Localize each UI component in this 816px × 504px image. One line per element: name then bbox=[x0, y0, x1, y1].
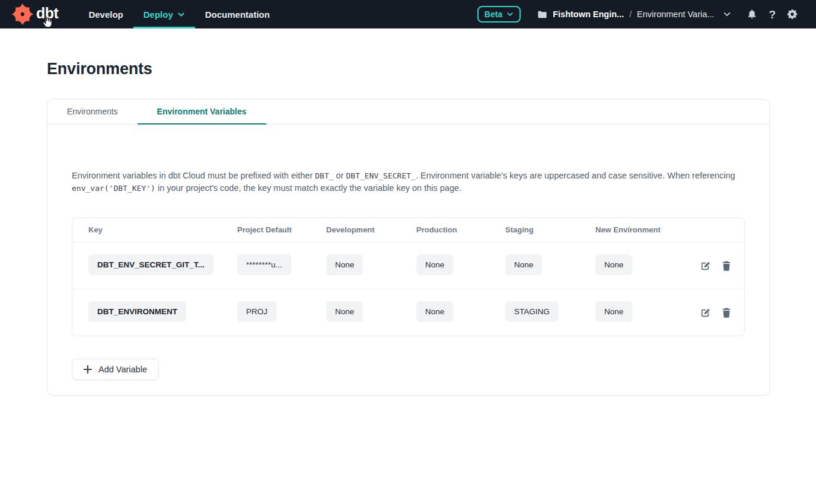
page-title: Environments bbox=[47, 60, 769, 78]
chevron-down-icon bbox=[177, 11, 185, 18]
value-chip: None bbox=[595, 254, 632, 275]
variable-key-chip: DBT_ENV_SECRET_GIT_T... bbox=[88, 254, 213, 275]
notifications-bell-icon[interactable] bbox=[747, 9, 757, 20]
dbt-logo-text: dbt bbox=[36, 6, 58, 23]
folder-icon bbox=[537, 10, 547, 19]
column-header: Key bbox=[88, 218, 237, 242]
edit-variable-button[interactable] bbox=[699, 259, 712, 273]
delete-variable-button[interactable] bbox=[720, 259, 733, 273]
table-header: KeyProject DefaultDevelopmentProductionS… bbox=[72, 218, 744, 242]
column-header: Production bbox=[416, 218, 505, 242]
value-chip: None bbox=[326, 254, 363, 275]
plus-icon bbox=[84, 365, 92, 374]
environment-variables-table: KeyProject DefaultDevelopmentProductionS… bbox=[72, 218, 745, 336]
table-row: DBT_ENVIRONMENT PROJ None None STAGING N… bbox=[72, 289, 744, 336]
navbar-right: Beta Fishtown Engin... / Environment Var… bbox=[477, 0, 798, 28]
settings-gear-icon[interactable] bbox=[787, 9, 798, 20]
chevron-down-icon bbox=[723, 10, 731, 18]
column-header: Project Default bbox=[237, 218, 326, 242]
primary-nav: Develop Deploy Documentation bbox=[78, 0, 280, 28]
description-text: Environment variables in dbt Cloud must … bbox=[72, 170, 745, 194]
value-chip: None bbox=[595, 301, 632, 322]
top-navbar: dbt Develop Deploy Documentation Beta bbox=[0, 0, 816, 28]
chevron-down-icon bbox=[506, 11, 514, 18]
main-content: Environments Environments Environment Va… bbox=[0, 28, 816, 395]
dbt-logo[interactable]: dbt bbox=[12, 0, 58, 28]
nav-link-develop[interactable]: Develop bbox=[78, 0, 133, 28]
column-header: Staging bbox=[505, 218, 595, 242]
table-row: DBT_ENV_SECRET_GIT_T... ********u... Non… bbox=[72, 242, 744, 289]
tab-environments[interactable]: Environments bbox=[47, 100, 138, 125]
breadcrumb-project: Fishtown Engin... bbox=[553, 9, 624, 19]
value-chip: None bbox=[505, 254, 542, 275]
value-chip: ********u... bbox=[237, 254, 291, 275]
navbar-icon-group: ? bbox=[747, 9, 798, 20]
project-breadcrumb[interactable]: Fishtown Engin... / Environment Varia... bbox=[537, 9, 731, 19]
value-chip: STAGING bbox=[505, 301, 559, 322]
nav-link-deploy[interactable]: Deploy bbox=[133, 0, 195, 28]
table-body: DBT_ENV_SECRET_GIT_T... ********u... Non… bbox=[72, 242, 744, 336]
breadcrumb-separator: / bbox=[629, 9, 632, 19]
environments-card: Environments Environment Variables Envir… bbox=[47, 99, 770, 395]
card-content: Environment variables in dbt Cloud must … bbox=[47, 125, 769, 395]
breadcrumb-page: Environment Varia... bbox=[637, 9, 714, 19]
variable-key-chip: DBT_ENVIRONMENT bbox=[88, 301, 186, 322]
beta-dropdown[interactable]: Beta bbox=[477, 6, 521, 23]
dbt-logo-icon bbox=[12, 4, 33, 25]
column-header: Development bbox=[326, 218, 416, 242]
tab-bar: Environments Environment Variables bbox=[47, 100, 769, 125]
help-icon[interactable]: ? bbox=[769, 9, 776, 20]
delete-variable-button[interactable] bbox=[720, 306, 733, 320]
value-chip: None bbox=[416, 301, 453, 322]
tab-environment-variables[interactable]: Environment Variables bbox=[138, 100, 266, 125]
edit-variable-button[interactable] bbox=[699, 306, 712, 320]
value-chip: PROJ bbox=[237, 301, 276, 322]
value-chip: None bbox=[326, 301, 363, 322]
value-chip: None bbox=[416, 254, 453, 275]
add-variable-button[interactable]: Add Variable bbox=[72, 359, 159, 380]
nav-link-documentation[interactable]: Documentation bbox=[195, 0, 280, 28]
column-header: New Environment bbox=[595, 218, 699, 242]
